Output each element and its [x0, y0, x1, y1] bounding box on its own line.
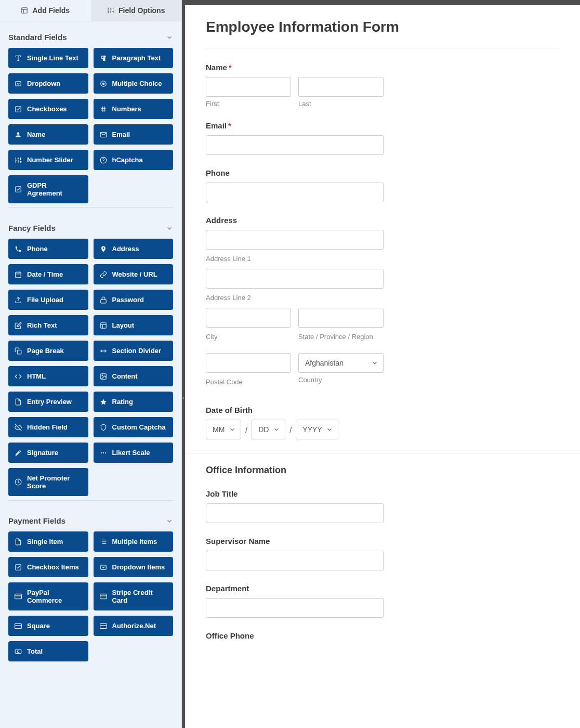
section-header-payment[interactable]: Payment Fields	[8, 513, 173, 531]
field-type-button[interactable]: Paragraph Text	[94, 48, 174, 68]
phone-input[interactable]	[206, 183, 384, 202]
field-type-label: Section Divider	[112, 347, 162, 355]
field-type-button[interactable]: Net Promoter Score	[8, 468, 88, 496]
label-phone: Phone	[206, 168, 559, 177]
dob-year-select[interactable]: YYYY	[296, 420, 338, 439]
dots-icon	[100, 449, 107, 457]
field-type-button[interactable]: Numbers	[94, 99, 174, 119]
svg-rect-35	[16, 272, 21, 278]
field-type-button[interactable]: Page Break	[8, 341, 88, 361]
field-address[interactable]: Address Address Line 1 Address Line 2 Ci…	[206, 216, 559, 392]
field-job-title[interactable]: Job Title	[206, 489, 559, 523]
field-type-button[interactable]: Authorize.Net	[94, 616, 174, 636]
field-type-button[interactable]: Multiple Choice	[94, 73, 174, 94]
field-type-button[interactable]: Dropdown	[8, 73, 88, 94]
field-type-button[interactable]: Signature	[8, 443, 88, 463]
field-type-button[interactable]: Checkbox Items	[8, 557, 88, 577]
field-type-button[interactable]: Phone	[8, 239, 88, 259]
field-type-button[interactable]: Name	[8, 124, 88, 145]
field-type-label: Rating	[112, 398, 133, 406]
supervisor-input[interactable]	[206, 551, 384, 570]
label-dob: Date of Birth	[206, 406, 559, 414]
check-icon	[15, 186, 22, 193]
chevron-down-icon	[166, 225, 173, 232]
grid-icon	[21, 7, 28, 14]
map-pin-icon	[100, 245, 107, 253]
field-type-button[interactable]: Content	[94, 366, 174, 386]
field-office-phone[interactable]: Office Phone	[206, 631, 559, 640]
field-type-button[interactable]: Address	[94, 239, 174, 259]
field-dob[interactable]: Date of Birth MM / DD	[206, 406, 559, 439]
field-type-button[interactable]: HTML	[8, 366, 88, 386]
field-type-label: Paragraph Text	[112, 54, 161, 62]
field-type-button[interactable]: Rich Text	[8, 315, 88, 335]
panel-divider[interactable]	[182, 0, 185, 728]
dob-day-select[interactable]: DD	[252, 420, 285, 439]
label-email: Email*	[206, 121, 559, 130]
department-input[interactable]	[206, 598, 384, 618]
field-type-label: Entry Preview	[27, 398, 72, 406]
field-type-button[interactable]: Custom Captcha	[94, 417, 174, 437]
field-type-button[interactable]: Hidden Field	[8, 417, 88, 437]
field-type-button[interactable]: Rating	[94, 392, 174, 412]
field-type-button[interactable]: Stripe Credit Card	[94, 582, 174, 610]
job-title-input[interactable]	[206, 503, 384, 523]
address-line2-input[interactable]	[206, 269, 384, 289]
country-select[interactable]: Afghanistan	[298, 353, 384, 373]
sliders-icon	[15, 157, 22, 164]
postal-input[interactable]	[206, 353, 291, 373]
card-icon	[100, 622, 107, 630]
field-type-button[interactable]: Website / URL	[94, 264, 174, 284]
svg-rect-69	[15, 649, 21, 653]
field-type-button[interactable]: Layout	[94, 315, 174, 335]
svg-point-47	[102, 375, 103, 376]
field-type-button[interactable]: GDPR Agreement	[8, 175, 88, 203]
dropdown-icon	[15, 80, 22, 87]
field-type-button[interactable]: Single Item	[8, 531, 88, 552]
section-divider	[185, 453, 580, 453]
field-type-button[interactable]: Email	[94, 124, 174, 145]
email-input[interactable]	[206, 135, 384, 155]
field-name[interactable]: Name* First Last	[206, 63, 559, 108]
section-header-fancy[interactable]: Fancy Fields	[8, 220, 173, 239]
field-type-button[interactable]: Total	[8, 641, 88, 661]
check-icon	[15, 106, 22, 113]
field-type-label: Stripe Credit Card	[112, 589, 167, 604]
edit-icon	[15, 322, 22, 329]
field-type-button[interactable]: hCaptcha	[94, 150, 174, 170]
field-type-button[interactable]: Entry Preview	[8, 392, 88, 412]
field-type-label: PayPal Commerce	[27, 589, 82, 604]
dob-month-select[interactable]: MM	[206, 420, 241, 439]
city-input[interactable]	[206, 308, 291, 328]
state-input[interactable]	[298, 308, 384, 328]
tab-field-options[interactable]: Field Options	[91, 0, 182, 21]
address-line1-input[interactable]	[206, 230, 384, 250]
field-phone[interactable]: Phone	[206, 168, 559, 202]
field-type-label: Single Line Text	[27, 54, 78, 62]
field-type-button[interactable]: Date / Time	[8, 264, 88, 284]
field-type-button[interactable]: Likert Scale	[94, 443, 174, 463]
field-department[interactable]: Department	[206, 584, 559, 618]
last-name-input[interactable]	[298, 77, 384, 97]
field-type-button[interactable]: Single Line Text	[8, 48, 88, 68]
field-type-button[interactable]: Section Divider	[94, 341, 174, 361]
sublabel-address2: Address Line 2	[206, 294, 559, 302]
card-icon	[15, 622, 22, 630]
field-type-button[interactable]: Multiple Items	[94, 531, 174, 552]
field-type-button[interactable]: File Upload	[8, 290, 88, 310]
svg-point-50	[102, 452, 103, 453]
tab-add-fields[interactable]: Add Fields	[0, 0, 91, 21]
field-type-button[interactable]: Password	[94, 290, 174, 310]
section-header-standard[interactable]: Standard Fields	[8, 30, 173, 48]
first-name-input[interactable]	[206, 77, 291, 97]
svg-rect-0	[22, 8, 28, 14]
field-email[interactable]: Email*	[206, 121, 559, 155]
field-type-button[interactable]: PayPal Commerce	[8, 582, 88, 610]
field-supervisor[interactable]: Supervisor Name	[206, 537, 559, 570]
field-type-button[interactable]: Square	[8, 616, 88, 636]
section-fancy-fields: Fancy Fields PhoneAddressDate / TimeWebs…	[0, 212, 181, 505]
phone-icon	[15, 245, 22, 253]
field-type-button[interactable]: Number Slider	[8, 150, 88, 170]
field-type-button[interactable]: Checkboxes	[8, 99, 88, 119]
field-type-button[interactable]: Dropdown Items	[94, 557, 174, 577]
